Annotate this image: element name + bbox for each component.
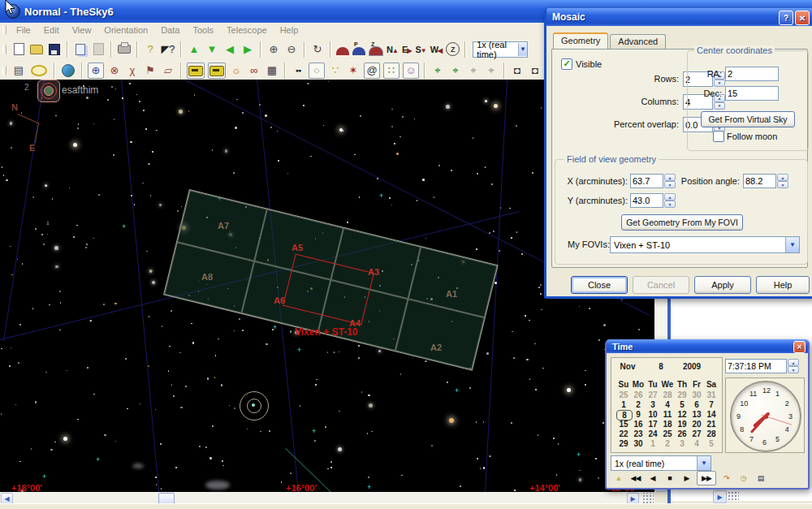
look-south-button[interactable]: S▼	[415, 45, 426, 54]
resize-grip[interactable]	[641, 493, 654, 503]
camera-control-icon[interactable]: ◘	[510, 63, 525, 78]
calendar-date[interactable]: 10	[646, 410, 660, 419]
scroll-right-button[interactable]: ▶	[627, 493, 639, 504]
horizontal-scrollbar[interactable]: ◀ ▶	[0, 492, 654, 503]
celestial-sphere-icon[interactable]: ⊕	[88, 63, 104, 79]
y-spinner[interactable]: ▲▼	[664, 193, 676, 208]
paste-button[interactable]	[91, 42, 106, 57]
copy-button[interactable]	[73, 42, 88, 57]
background-scroll-right-button[interactable]: ▶	[713, 490, 727, 503]
calendar-date[interactable]: 21	[704, 420, 719, 429]
telescope-goto-icon[interactable]: ⌖	[448, 63, 463, 78]
menu-tools[interactable]: Tools	[186, 24, 220, 36]
toolbar1-grip[interactable]	[2, 45, 6, 54]
new-document-button[interactable]	[11, 42, 26, 57]
globe-red-icon[interactable]: ⊗	[107, 63, 122, 78]
calendar-date[interactable]: 26	[675, 429, 689, 438]
clock-tool-button[interactable]: ◷	[736, 472, 750, 485]
time-dialog-titlebar[interactable]: Time ✕	[607, 339, 808, 353]
daylight-icon[interactable]: ☼	[229, 63, 244, 78]
calendar-date[interactable]: 1	[616, 400, 631, 409]
calendar-date[interactable]: 19	[675, 420, 689, 429]
camera-field-icon[interactable]	[208, 63, 226, 79]
chevron-down-icon[interactable]: ▼	[518, 43, 527, 56]
calendar-date[interactable]: 20	[689, 420, 704, 429]
telescope-park-icon[interactable]: ⌖	[484, 63, 499, 78]
look-north-button[interactable]: N▲	[387, 45, 399, 54]
flag-marker-icon[interactable]: ⚑	[143, 63, 158, 78]
display-explorer-icon[interactable]: ▦	[265, 63, 279, 78]
calendar-date[interactable]: 13	[689, 410, 704, 419]
visible-checkbox[interactable]: ✓	[561, 58, 572, 70]
time-report-button[interactable]: ▤	[754, 472, 767, 485]
calendar-date[interactable]: 14	[704, 410, 719, 419]
help-button-dialog[interactable]: Help	[756, 276, 810, 294]
calendar-date[interactable]: 16	[631, 420, 646, 429]
calendar-date[interactable]: 11	[660, 410, 675, 419]
calendar-date[interactable]: 28	[704, 429, 719, 438]
calendar-date[interactable]: 5	[704, 439, 719, 448]
get-geometry-from-fovi-button[interactable]: Get Geometry From My FOVI	[621, 214, 743, 231]
calendar-date[interactable]: 27	[689, 429, 704, 438]
calendar-date[interactable]: 22	[616, 429, 631, 438]
night-vision-icon[interactable]: ∞	[247, 63, 261, 78]
menu-telescope[interactable]: Telescope	[220, 24, 274, 36]
magnitude-limit-icon[interactable]: ∵	[328, 63, 343, 78]
calendar-date[interactable]: 17	[646, 420, 660, 429]
get-from-virtual-sky-button[interactable]: Get From Virtual Sky	[701, 111, 795, 127]
calendar-date[interactable]: 1	[646, 439, 660, 448]
my-fovis-combo[interactable]: Vixen + ST-10 ▼	[610, 236, 800, 253]
position-angle-input[interactable]	[743, 174, 776, 188]
calendar-date[interactable]: 23	[631, 429, 646, 438]
calendar-date[interactable]: 29	[616, 439, 631, 448]
skip-to-time-button[interactable]: ↷	[719, 472, 733, 485]
time-rate-combo[interactable]: 1x (real time)▼	[473, 41, 528, 58]
follow-moon-checkbox[interactable]	[713, 131, 724, 142]
time-close-icon[interactable]: ✕	[793, 341, 806, 353]
open-file-button[interactable]	[29, 42, 44, 57]
telescope-sync-icon[interactable]: ⌖	[466, 63, 481, 78]
calendar-date[interactable]: 4	[689, 439, 704, 448]
background-resize-grip[interactable]	[728, 491, 739, 502]
field-of-view-icon[interactable]: ○	[309, 63, 325, 79]
pan-down-button[interactable]: ▼	[205, 42, 219, 57]
calendar[interactable]: Nov 8 2009 SuMoTuWeThFrSa252627282930311…	[611, 357, 723, 453]
camera-focus-icon[interactable]: ◘	[528, 63, 542, 78]
object-photo-marker[interactable]	[37, 80, 60, 102]
calendar-day[interactable]: 8	[654, 362, 668, 371]
scroll-left-button[interactable]: ◀	[1, 493, 13, 504]
calendar-date[interactable]: 27	[646, 390, 660, 399]
calendar-year[interactable]: 2009	[680, 362, 704, 371]
open-frame-icon[interactable]: ▱	[161, 63, 175, 78]
horizon-dome-button[interactable]	[336, 47, 349, 55]
time-spinner[interactable]: ▲▼	[788, 359, 799, 373]
play-button[interactable]: ▶	[680, 472, 693, 485]
earth-moon-icon[interactable]	[60, 63, 76, 78]
menu-help[interactable]: Help	[274, 24, 305, 36]
step-back-button[interactable]: ◀	[646, 472, 659, 485]
chevron-down-icon[interactable]: ▼	[785, 237, 799, 252]
x-spinner[interactable]: ▲▼	[664, 174, 676, 188]
toolbar2-grip[interactable]	[2, 66, 6, 75]
y-arcminutes-input[interactable]	[630, 193, 663, 208]
mosaic-dialog-titlebar[interactable]: Mosaic ? ✕	[546, 8, 812, 26]
calendar-date[interactable]: 9	[631, 410, 646, 419]
chevron-down-icon[interactable]: ▼	[697, 456, 710, 470]
time-rate-combo-dialog[interactable]: 1x (real time) ▼	[611, 455, 711, 471]
help-button[interactable]: ?	[143, 42, 158, 57]
zoom-out-button[interactable]: ⊖	[284, 42, 299, 57]
calendar-date[interactable]: 3	[646, 400, 660, 409]
save-button[interactable]	[47, 42, 62, 57]
pan-right-button[interactable]: ▶	[240, 42, 255, 57]
star-figure-icon[interactable]: ✶	[346, 63, 361, 78]
calendar-date[interactable]: 3	[675, 439, 689, 448]
calendar-date[interactable]: 2	[660, 439, 675, 448]
x-arcminutes-input[interactable]	[630, 174, 663, 188]
menu-file[interactable]: File	[10, 24, 37, 36]
eclipse-viewer-icon[interactable]	[29, 63, 49, 78]
menu-orientation[interactable]: Orientation	[97, 24, 154, 36]
calendar-date[interactable]: 28	[660, 390, 675, 399]
look-zenith-button[interactable]: Z	[446, 42, 460, 56]
calendar-date[interactable]: 31	[704, 390, 719, 399]
find-icon[interactable]: ●●	[291, 63, 305, 78]
